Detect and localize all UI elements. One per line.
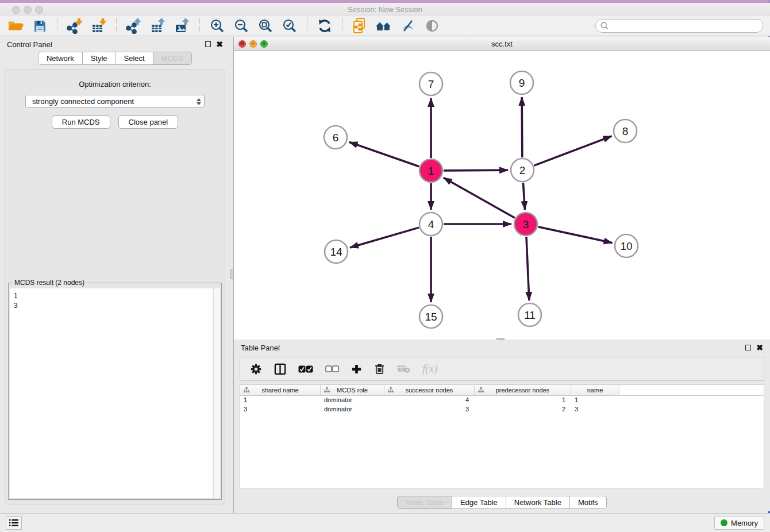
table-row[interactable]: 1dominator411 [240, 396, 764, 405]
tab-select[interactable]: Select [116, 52, 153, 65]
dropdown-value: strongly connected component [32, 97, 134, 106]
mcds-result-title: MCDS result (2 nodes) [12, 279, 87, 287]
tab-network[interactable]: Network [38, 52, 83, 65]
edge-2-3[interactable] [523, 183, 525, 210]
tab-network-table[interactable]: Network Table [506, 496, 570, 509]
open-session-icon[interactable] [7, 18, 24, 34]
optimization-criterion-dropdown[interactable]: strongly connected component [25, 95, 205, 108]
edge-2-9[interactable] [522, 97, 522, 157]
float-panel-icon[interactable] [205, 41, 211, 47]
float-table-panel-icon[interactable] [745, 345, 751, 350]
edge-1-6[interactable] [349, 142, 419, 166]
control-panel: Control Panel ✖ NetworkStyleSelectMCDS O… [0, 37, 230, 513]
network-window-titlebar: ✕ − + scc.txt [234, 37, 770, 51]
column-header-MCDS-role[interactable]: MCDS role [321, 385, 384, 395]
toolbar-separator [307, 18, 307, 33]
run-mcds-button[interactable]: Run MCDS [52, 115, 110, 129]
table-panel-tabs: Node TableEdge TableNetwork TableMotifs [397, 496, 606, 509]
column-header-name[interactable]: name [571, 385, 619, 395]
eye-icon[interactable] [424, 18, 441, 34]
delete-column-icon[interactable] [374, 363, 385, 375]
select-all-icon[interactable] [298, 365, 313, 373]
mcds-panel: Optimization criterion: strongly connect… [5, 69, 225, 504]
table-cell: 2 [475, 405, 571, 414]
function-builder-icon[interactable]: f(x) [422, 363, 437, 375]
node-label-7: 7 [428, 78, 434, 90]
control-panel-title: Control Panel [7, 40, 52, 49]
edge-3-10[interactable] [538, 227, 612, 243]
export-table-icon[interactable] [149, 18, 167, 34]
tab-motifs[interactable]: Motifs [570, 496, 607, 509]
table-toolbar: f(x) [240, 357, 764, 381]
close-panel-button[interactable]: Close panel [118, 115, 179, 129]
save-session-icon[interactable] [31, 18, 48, 34]
table-cell: 1 [240, 396, 321, 405]
result-scrollbar[interactable] [213, 288, 220, 498]
delete-table-icon[interactable] [397, 364, 410, 373]
memory-button[interactable]: Memory [714, 516, 764, 530]
refresh-layout-icon[interactable] [316, 18, 333, 34]
toolbar-separator [116, 18, 117, 33]
node-label-14: 14 [330, 246, 342, 258]
network-minimize-button[interactable]: − [249, 40, 257, 48]
clone-network-icon[interactable] [351, 18, 368, 34]
edge-4-14[interactable] [350, 228, 419, 248]
search-input[interactable] [609, 22, 763, 30]
style-visibility-icon[interactable] [399, 18, 417, 34]
edge-1-2[interactable] [444, 170, 508, 171]
close-table-panel-icon[interactable]: ✖ [756, 345, 763, 350]
node-label-2: 2 [519, 164, 526, 176]
network-zoom-button[interactable]: + [260, 40, 268, 48]
column-header-predecessor-nodes[interactable]: predecessor nodes [475, 385, 571, 395]
zoom-out-icon[interactable] [233, 18, 250, 34]
table-cell: 1 [571, 396, 619, 405]
edge-2-8[interactable] [534, 136, 612, 165]
toolbar-separator [57, 18, 57, 33]
deselect-all-icon[interactable] [325, 365, 339, 372]
zoom-selected-icon[interactable] [281, 18, 298, 34]
tab-edge-table[interactable]: Edge Table [452, 496, 506, 509]
window-resize-handle[interactable] [496, 338, 505, 340]
task-history-button[interactable] [6, 516, 22, 530]
node-label-1: 1 [428, 165, 434, 177]
node-label-6: 6 [333, 132, 339, 144]
tab-node-table[interactable]: Node Table [397, 496, 452, 509]
divider-handle[interactable] [230, 269, 234, 279]
table-cell: 3 [384, 405, 475, 414]
search-box[interactable] [595, 19, 763, 33]
columns-icon[interactable] [274, 363, 286, 375]
close-panel-icon[interactable]: ✖ [216, 41, 223, 47]
toolbar-separator [199, 18, 200, 33]
node-label-8: 8 [622, 125, 629, 137]
main-toolbar [0, 16, 770, 36]
import-network-icon[interactable] [66, 18, 83, 34]
zoom-fit-icon[interactable] [257, 18, 274, 34]
home-icon[interactable] [375, 18, 392, 34]
status-bar: Memory [0, 513, 770, 532]
network-canvas[interactable]: 7968124314101511 [234, 51, 770, 340]
table-cell: 3 [240, 405, 321, 414]
tab-mcds[interactable]: MCDS [153, 52, 192, 65]
zoom-in-icon[interactable] [209, 18, 226, 34]
table-cell: 4 [384, 396, 475, 405]
node-table: shared nameMCDS rolesuccessor nodesprede… [240, 384, 764, 488]
table-panel-title: Table Panel [241, 344, 280, 352]
column-header-shared-name[interactable]: shared name [240, 385, 321, 395]
table-row[interactable]: 3dominator323 [240, 405, 764, 414]
export-image-icon[interactable] [174, 18, 191, 34]
gear-icon[interactable] [250, 363, 262, 375]
result-item: 3 [14, 301, 213, 311]
network-close-button[interactable]: ✕ [238, 40, 246, 48]
column-header-successor-nodes[interactable]: successor nodes [384, 385, 475, 395]
export-network-icon[interactable] [125, 18, 143, 34]
edge-3-11[interactable] [526, 237, 529, 300]
node-label-9: 9 [519, 77, 525, 89]
import-table-icon[interactable] [90, 18, 107, 34]
node-label-11: 11 [524, 309, 536, 321]
edge-3-1[interactable] [444, 178, 515, 218]
tab-style[interactable]: Style [83, 52, 116, 65]
window-title: Session: New Session [0, 5, 770, 14]
network-view-window: ✕ − + scc.txt 7968124314101511 [234, 37, 770, 340]
table-cell: 1 [475, 396, 571, 405]
add-column-icon[interactable] [351, 364, 362, 375]
